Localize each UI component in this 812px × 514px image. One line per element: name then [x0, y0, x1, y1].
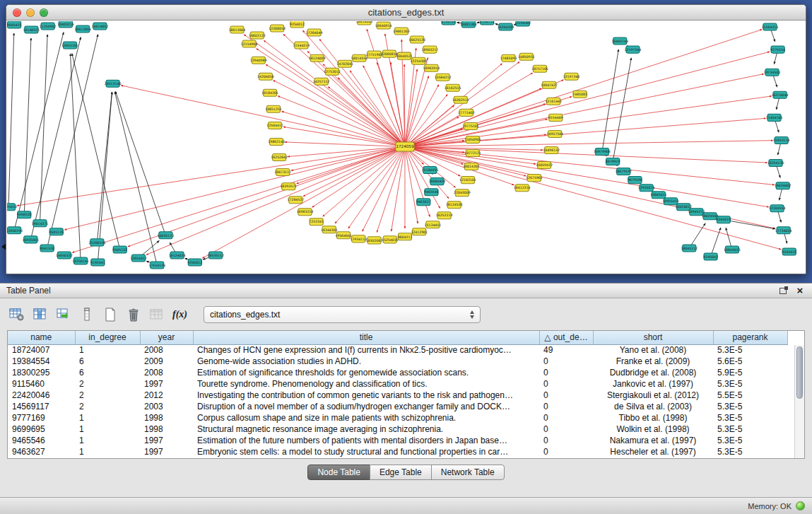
table-cell[interactable]: 9463627: [8, 446, 75, 457]
table-cell[interactable]: 5.9E-5: [713, 367, 787, 378]
graph-node[interactable]: 16344301: [321, 226, 338, 233]
table-cell[interactable]: 0: [539, 401, 593, 412]
table-cell[interactable]: 1997: [140, 446, 193, 457]
table-cell[interactable]: 19384554: [8, 356, 75, 367]
table-cell[interactable]: 49: [539, 344, 593, 356]
import-table-icon[interactable]: [54, 305, 73, 324]
graph-node[interactable]: 16252842: [271, 154, 288, 161]
table-cell[interactable]: 6: [75, 356, 140, 367]
graph-node[interactable]: 17264049: [306, 29, 323, 36]
table-cell[interactable]: 2003: [140, 401, 193, 412]
graph-node[interactable]: 14850931: [518, 53, 535, 60]
zoom-window-button[interactable]: [40, 8, 48, 17]
table-row[interactable]: 1872400712008Changes of HCN gene express…: [8, 344, 787, 356]
table-cell[interactable]: de Silva et al. (2003): [593, 401, 713, 412]
graph-node[interactable]: 10955410: [662, 198, 679, 205]
column-header[interactable]: year: [140, 331, 193, 344]
table-row[interactable]: 1938455462009Genome-wide association stu…: [8, 356, 787, 367]
graph-node[interactable]: 12208058: [269, 25, 286, 32]
table-cell[interactable]: Nakamura et al. (1997): [593, 435, 713, 446]
graph-node[interactable]: 16465744: [611, 37, 628, 45]
table-cell[interactable]: 5.3E-5: [713, 401, 787, 412]
graph-node[interactable]: 18302067: [366, 237, 383, 244]
network-canvas[interactable]: 1724059121549081294098914204058181842051…: [7, 21, 805, 273]
graph-node[interactable]: 12940989: [250, 57, 267, 64]
graph-node[interactable]: 9245019: [716, 216, 731, 223]
graph-node[interactable]: 9505135: [49, 228, 64, 235]
graph-node[interactable]: 9356520: [17, 211, 32, 218]
graph-node[interactable]: 16935001: [23, 236, 40, 243]
graph-node[interactable]: 12504417: [266, 122, 283, 129]
graph-node[interactable]: 16983218: [297, 209, 314, 216]
graph-node[interactable]: 18124009: [309, 54, 326, 62]
graph-node[interactable]: 18535112: [207, 252, 224, 259]
graph-edge[interactable]: [114, 92, 157, 265]
column-header[interactable]: △ out_de…: [539, 331, 593, 344]
table-cell[interactable]: 1: [75, 412, 140, 424]
network-graph[interactable]: 1724059121549081294098914204058181842051…: [7, 21, 805, 273]
graph-edge[interactable]: [116, 92, 166, 235]
graph-node[interactable]: 9463627: [416, 199, 431, 206]
table-cell[interactable]: Yano et al. (2008): [593, 344, 713, 356]
graph-edge[interactable]: [405, 141, 773, 147]
graph-node[interactable]: 12104554: [769, 205, 786, 212]
table-cell[interactable]: 9699695: [8, 424, 75, 435]
table-row[interactable]: 977716911998Corpus callosum shape and si…: [8, 412, 787, 424]
table-cell[interactable]: 1: [75, 435, 140, 446]
close-window-button[interactable]: [13, 8, 21, 17]
graph-node[interactable]: 19564041: [335, 232, 352, 239]
graph-node[interactable]: 9605425: [7, 21, 21, 28]
table-cell[interactable]: 1998: [140, 424, 193, 435]
tab-network-table[interactable]: Network Table: [431, 465, 505, 480]
graph-node[interactable]: 16014207: [463, 163, 480, 170]
graph-node[interactable]: 16084420: [429, 178, 446, 185]
table-cell[interactable]: 18300295: [8, 367, 75, 378]
graph-node[interactable]: 11454105: [766, 114, 783, 121]
table-cell[interactable]: Embryonic stem cells: a model to study s…: [193, 446, 539, 457]
graph-edge[interactable]: [65, 146, 405, 229]
column-header[interactable]: pagerank: [713, 331, 787, 344]
table-cell[interactable]: 2: [75, 390, 140, 401]
vertical-scrollbar[interactable]: [794, 345, 804, 458]
graph-node[interactable]: 19861203: [393, 28, 410, 35]
graph-edge[interactable]: [8, 33, 14, 207]
table-cell[interactable]: Stergiakouli et al. (2012): [593, 390, 713, 401]
table-cell[interactable]: Disruption of a novel member of a sodium…: [193, 401, 539, 412]
graph-node[interactable]: 16059422: [536, 162, 553, 169]
graph-node[interactable]: 14702041: [336, 60, 353, 67]
graph-node[interactable]: 16034402: [775, 182, 792, 189]
graph-edge[interactable]: [405, 58, 428, 147]
table-cell[interactable]: 14569117: [8, 401, 75, 412]
window-titlebar[interactable]: citations_edges.txt: [6, 5, 806, 21]
graph-node[interactable]: 16412214: [514, 185, 531, 192]
table-cell[interactable]: Genome-wide association studies in ADHD.: [193, 356, 539, 367]
delete-table-icon[interactable]: [124, 305, 143, 324]
graph-node[interactable]: 12412901: [411, 228, 428, 235]
graph-node[interactable]: 17751901: [366, 51, 383, 58]
close-panel-icon[interactable]: ×: [794, 286, 806, 296]
table-cell[interactable]: 5.3E-5: [713, 412, 787, 424]
table-row[interactable]: 946362711997Embryonic stem cells: a mode…: [8, 446, 787, 457]
graph-edge[interactable]: [307, 52, 405, 147]
graph-edge[interactable]: [297, 146, 405, 183]
graph-node[interactable]: 16252219: [436, 212, 453, 219]
graph-node[interactable]: 14957504: [546, 130, 563, 137]
graph-node[interactable]: 25260530: [89, 239, 106, 246]
graph-node[interactable]: 17771402: [458, 109, 475, 116]
graph-node[interactable]: 12935014: [638, 185, 655, 192]
table-row[interactable]: 911546021997Tourette syndrome. Phenomeno…: [8, 378, 787, 390]
table-cell[interactable]: 1: [75, 424, 140, 435]
graph-edge[interactable]: [613, 58, 631, 162]
graph-node[interactable]: 12161442: [545, 98, 562, 105]
graph-edge[interactable]: [363, 146, 405, 231]
table-cell[interactable]: 1997: [140, 435, 193, 446]
graph-node[interactable]: 9465546: [424, 189, 439, 196]
column-header[interactable]: title: [193, 331, 539, 344]
graph-node[interactable]: 15953118: [773, 136, 790, 144]
table-row[interactable]: 1456911722003Disruption of a novel membe…: [8, 401, 787, 412]
graph-node[interactable]: 16274044: [772, 91, 789, 98]
graph-node[interactable]: 10496132: [543, 146, 560, 153]
graph-edge[interactable]: [405, 146, 781, 249]
graph-edge[interactable]: [405, 76, 429, 147]
table-cell[interactable]: Franke et al. (2009): [593, 356, 713, 367]
